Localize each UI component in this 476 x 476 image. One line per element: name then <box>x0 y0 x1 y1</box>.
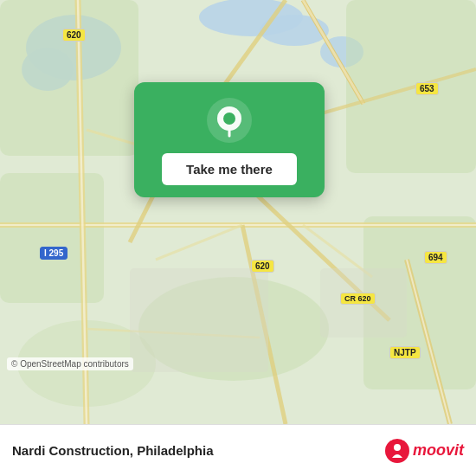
road-badge-njtp: NJTP <box>389 346 421 359</box>
pin-icon <box>207 98 252 143</box>
bottom-bar: Nardi Construction, Philadelphia moovit <box>0 424 476 476</box>
road-badge-295: I 295 <box>40 247 68 260</box>
attribution: © OpenStreetMap contributors <box>7 357 133 370</box>
svg-point-35 <box>394 444 401 451</box>
svg-rect-29 <box>130 268 268 372</box>
moovit-text-label: moovit <box>413 441 464 460</box>
road-badge-cr620b: CR 620 <box>340 293 376 305</box>
road-badge-694: 694 <box>424 251 447 264</box>
map-container: 620 620 620 653 694 I 295 NJTP CR 620 Ta… <box>0 0 476 424</box>
road-badge-620-tl: 620 <box>62 29 86 42</box>
location-card: Take me there <box>134 82 325 197</box>
svg-rect-6 <box>0 0 138 156</box>
location-name: Nardi Construction, Philadelphia <box>12 443 385 458</box>
moovit-logo: moovit <box>385 439 464 463</box>
road-badge-620-mr: 620 <box>251 260 274 273</box>
moovit-icon <box>385 439 409 463</box>
take-me-there-button[interactable]: Take me there <box>162 153 297 185</box>
road-badge-653: 653 <box>415 82 439 95</box>
svg-rect-7 <box>0 173 104 303</box>
svg-point-33 <box>223 113 235 125</box>
